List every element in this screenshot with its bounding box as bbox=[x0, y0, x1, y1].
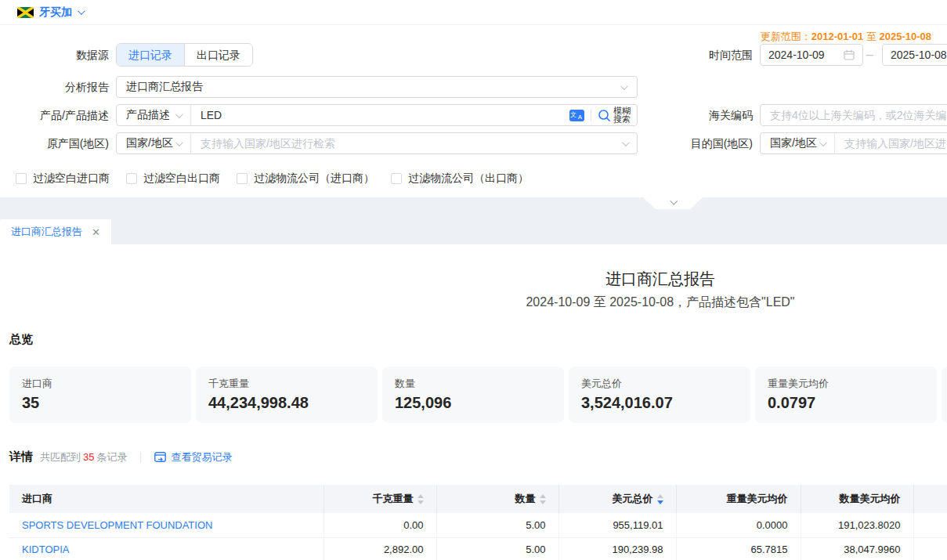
tab-import-records[interactable]: 进口记录 bbox=[117, 44, 184, 66]
product-keyword-input[interactable] bbox=[191, 105, 563, 125]
divider bbox=[140, 452, 141, 463]
table-row: KIDTOPIA 2,892.00 5.00 190,239.98 65.781… bbox=[9, 537, 947, 560]
trade-records-icon bbox=[154, 452, 166, 462]
table-header-row: 进口商 千克重量 数量 美元总价 bbox=[9, 485, 947, 513]
importer-link[interactable]: SPORTS DEVELOPMENT FOUNDATION bbox=[9, 513, 323, 537]
stat-card-partial bbox=[942, 367, 947, 423]
destination-mode-select[interactable]: 国家/地区 bbox=[761, 133, 834, 154]
cell-partial bbox=[913, 513, 947, 537]
col-header-usd-per-quantity: 数量美元均价 bbox=[801, 485, 913, 513]
customs-code-control bbox=[760, 104, 947, 126]
jamaica-flag-icon bbox=[17, 7, 34, 18]
checkbox-icon[interactable] bbox=[237, 173, 248, 184]
col-header-quantity[interactable]: 数量 bbox=[436, 485, 558, 513]
match-count: 35 bbox=[83, 451, 94, 463]
stat-card-usd-per-weight: 重量美元均价 0.0797 bbox=[755, 367, 937, 423]
cell-usd-total: 190,239.98 bbox=[558, 537, 676, 560]
chevron-down-icon bbox=[622, 139, 630, 146]
report-content: 进口商汇总报告 2024-10-09 至 2025-10-08，产品描述包含"L… bbox=[0, 244, 947, 560]
importer-table: 进口商 千克重量 数量 美元总价 bbox=[9, 485, 947, 560]
report-type-label: 分析报告 bbox=[0, 76, 109, 98]
translate-icon[interactable]: 文 A bbox=[569, 110, 584, 121]
chevron-down-icon bbox=[175, 139, 183, 146]
sort-icons-active-desc[interactable] bbox=[657, 494, 663, 504]
col-header-kg-weight[interactable]: 千克重量 bbox=[323, 485, 436, 513]
cell-usd-per-weight: 65.7815 bbox=[676, 537, 801, 560]
origin-country-control: 国家/地区 bbox=[116, 132, 638, 154]
chevron-down-icon bbox=[819, 139, 827, 146]
date-range-dash: – bbox=[866, 43, 873, 67]
tab-importer-summary-report[interactable]: 进口商汇总报告 ✕ bbox=[0, 219, 111, 244]
top-bar: 牙买加 bbox=[0, 0, 947, 25]
checkbox-icon[interactable] bbox=[391, 173, 402, 184]
sort-icons[interactable] bbox=[540, 494, 546, 504]
destination-country-label: 目的国(地区) bbox=[658, 132, 753, 154]
sort-icons[interactable] bbox=[417, 494, 424, 504]
checkbox-filter-logistics-exporter[interactable]: 过滤物流公司（出口商） bbox=[391, 172, 529, 186]
checkbox-filter-blank-importer[interactable]: 过滤空白进口商 bbox=[16, 172, 110, 186]
stat-card-quantity: 数量 125,096 bbox=[382, 367, 564, 423]
fuzzy-search-label: 模糊搜索 bbox=[613, 107, 631, 124]
report-title: 进口商汇总报告 bbox=[0, 269, 947, 290]
tab-export-records[interactable]: 出口记录 bbox=[184, 44, 252, 66]
stat-card-usd-total: 美元总价 3,524,016.07 bbox=[569, 367, 750, 423]
destination-country-control: 国家/地区 bbox=[760, 132, 947, 154]
table-row: SPORTS DEVELOPMENT FOUNDATION 0.00 5.00 … bbox=[9, 513, 947, 537]
time-range-label: 时间范围 bbox=[665, 43, 753, 67]
calendar-icon bbox=[844, 49, 855, 60]
checkbox-filter-logistics-importer[interactable]: 过滤物流公司（进口商） bbox=[237, 172, 374, 186]
checkbox-icon[interactable] bbox=[126, 173, 137, 184]
report-subtitle: 2024-10-09 至 2025-10-08，产品描述包含"LED" bbox=[0, 294, 947, 311]
date-to-input[interactable]: 2025-10-08 bbox=[882, 44, 947, 66]
cell-kg-weight: 2,892.00 bbox=[323, 537, 436, 560]
product-mode-select[interactable]: 产品描述 bbox=[117, 105, 190, 125]
checkbox-icon[interactable] bbox=[16, 173, 27, 184]
detail-header-row: 详情 共匹配到35条记录 查看贸易记录 bbox=[9, 450, 232, 464]
cell-usd-per-quantity: 191,023.8020 bbox=[801, 513, 913, 537]
divider bbox=[591, 109, 591, 121]
origin-country-input[interactable] bbox=[191, 133, 622, 154]
checkbox-filter-blank-exporter[interactable]: 过滤空白出口商 bbox=[126, 172, 220, 186]
svg-text:A: A bbox=[578, 114, 583, 121]
chevron-down-icon bbox=[670, 197, 678, 205]
cell-quantity: 5.00 bbox=[436, 513, 558, 537]
product-label: 产品/产品描述 bbox=[0, 104, 109, 126]
datasource-tabs: 进口记录 出口记录 bbox=[116, 43, 253, 67]
importer-link[interactable]: KIDTOPIA bbox=[9, 537, 323, 560]
cell-usd-total: 955,119.01 bbox=[558, 513, 676, 537]
customs-code-input[interactable] bbox=[761, 105, 947, 125]
destination-country-input[interactable] bbox=[835, 133, 947, 154]
cell-kg-weight: 0.00 bbox=[323, 513, 436, 537]
filter-panel: 更新范围：2012-01-01 至 2025-10-08 数据源 进口记录 出口… bbox=[0, 26, 947, 197]
update-range-text: 更新范围：2012-01-01 至 2025-10-08 bbox=[761, 30, 931, 44]
overview-cards: 进口商 35 千克重量 44,234,998.48 数量 125,096 美元总… bbox=[9, 367, 947, 423]
date-from-input[interactable]: 2024-10-09 bbox=[760, 44, 863, 66]
origin-mode-select[interactable]: 国家/地区 bbox=[117, 133, 190, 154]
tab-strip: 进口商汇总报告 ✕ bbox=[0, 197, 947, 244]
country-selector[interactable]: 牙买加 bbox=[17, 5, 83, 20]
filter-checkbox-row: 过滤空白进口商 过滤空白出口商 过滤物流公司（进口商） 过滤物流公司（出口商） bbox=[16, 172, 529, 186]
chevron-down-icon bbox=[620, 82, 628, 90]
col-header-importer: 进口商 bbox=[9, 485, 323, 513]
report-type-value: 进口商汇总报告 bbox=[126, 80, 203, 94]
cell-usd-per-quantity: 38,047.9960 bbox=[801, 537, 913, 560]
product-input-icons: 文 A 模糊搜索 bbox=[563, 107, 637, 124]
customs-code-label: 海关编码 bbox=[674, 104, 753, 126]
col-header-usd-per-weight: 重量美元均价 bbox=[676, 485, 801, 513]
view-trade-records-link[interactable]: 查看贸易记录 bbox=[154, 450, 232, 464]
report-type-select[interactable]: 进口商汇总报告 bbox=[116, 76, 638, 98]
date-from-value: 2024-10-09 bbox=[768, 49, 825, 61]
stat-card-kg-weight: 千克重量 44,234,998.48 bbox=[196, 367, 378, 423]
chevron-down-icon bbox=[175, 110, 183, 118]
fuzzy-search-toggle[interactable]: 模糊搜索 bbox=[598, 107, 631, 124]
collapse-filters-handle[interactable] bbox=[643, 197, 703, 209]
fuzzy-search-icon bbox=[598, 109, 611, 122]
col-header-usd-total[interactable]: 美元总价 bbox=[558, 485, 676, 513]
chevron-down-icon bbox=[78, 7, 85, 15]
close-icon[interactable]: ✕ bbox=[92, 227, 100, 237]
cell-quantity: 5.00 bbox=[436, 537, 558, 560]
detail-heading: 详情 bbox=[9, 450, 33, 464]
country-name: 牙买加 bbox=[39, 5, 72, 20]
date-to-value: 2025-10-08 bbox=[891, 49, 947, 61]
match-count-text: 共匹配到35条记录 bbox=[40, 450, 127, 464]
